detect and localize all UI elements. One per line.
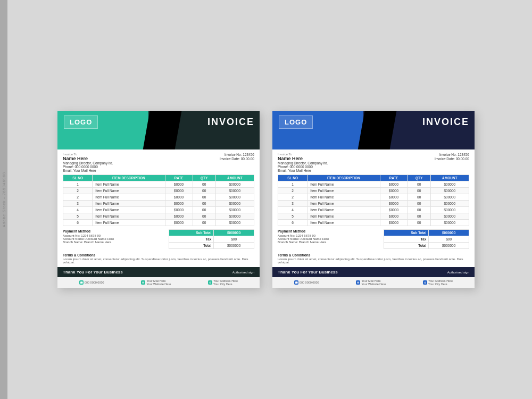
cell-desc: Item Full Name bbox=[307, 201, 380, 207]
mail-text-blue: Your Mail HereYour Website Here bbox=[361, 279, 386, 286]
invoice-title-area-green: INVOICE bbox=[207, 117, 254, 128]
cell-amount: $00000 bbox=[430, 188, 469, 194]
tax-label-blue: Tax bbox=[384, 236, 429, 243]
subtotal-label-blue: Sub Total bbox=[384, 230, 429, 236]
phone-icon-blue: ☎ bbox=[294, 280, 298, 285]
cell-amount: $00000 bbox=[215, 213, 254, 220]
cell-qty: 00 bbox=[193, 201, 215, 207]
footer-phone-blue: ☎ 000 0000 0000 bbox=[294, 279, 319, 286]
footer-address-blue: ⊙ Your Address HereYour City Here bbox=[423, 279, 453, 286]
cell-rate: $0000 bbox=[165, 207, 193, 213]
authorised-blue: Authorised sign bbox=[447, 271, 469, 274]
col-rate-green: RATE bbox=[165, 175, 193, 181]
client-title-green: Managing Director, Company ltd. bbox=[63, 161, 113, 165]
table-header-row-green: SL NO ITEM DESCRIPTION RATE QTY AMOUNT bbox=[63, 175, 254, 181]
col-qty-green: QTY bbox=[193, 175, 215, 181]
watermark-strip: Adobe Stock • 765946968 bbox=[0, 0, 7, 399]
cell-sl: 4 bbox=[278, 207, 307, 213]
footer-contacts-blue: ☎ 000 0000 0000 ✉ Your Mail HereYour Web… bbox=[272, 277, 475, 288]
logo-area-green: LOGO bbox=[64, 115, 98, 129]
cell-amount: $00000 bbox=[215, 181, 254, 188]
cell-qty: 00 bbox=[408, 220, 430, 226]
cell-amount: $00000 bbox=[430, 220, 469, 226]
cell-sl: 6 bbox=[63, 220, 93, 226]
cell-amount: $00000 bbox=[430, 201, 469, 207]
cell-rate: $0000 bbox=[165, 213, 193, 220]
cell-rate: $0000 bbox=[380, 213, 408, 220]
subtotal-value-green: $000000 bbox=[214, 230, 254, 236]
col-rate-blue: RATE bbox=[380, 175, 408, 181]
table-row-green-5: 5 Item Full Name $0000 00 $00000 bbox=[63, 213, 254, 220]
cell-sl: 5 bbox=[278, 213, 307, 220]
billing-section-green: Invoice To Name Here Managing Director, … bbox=[57, 149, 260, 174]
cell-sl: 1 bbox=[278, 181, 307, 188]
watermark-text: Adobe Stock • 765946968 bbox=[2, 172, 6, 227]
footer-bar-green: Thank You For Your Business Authorised s… bbox=[57, 267, 260, 277]
total-row-green: Total $000000 bbox=[169, 243, 254, 249]
cell-rate: $0000 bbox=[165, 188, 193, 194]
cell-sl: 6 bbox=[278, 220, 307, 226]
cell-desc: Item Full Name bbox=[307, 207, 380, 213]
cell-qty: 00 bbox=[193, 188, 215, 194]
cell-desc: Item Full Name bbox=[93, 188, 165, 194]
table-row-blue-3: 3 Item Full Name $0000 00 $00000 bbox=[278, 201, 469, 207]
cell-sl: 3 bbox=[63, 201, 93, 207]
table-row-green-2: 2 Item Full Name $0000 00 $00000 bbox=[63, 194, 254, 201]
col-desc-green: ITEM DESCRIPTION bbox=[93, 175, 165, 181]
cell-qty: 00 bbox=[193, 220, 215, 226]
client-phone-blue: Phone: 000 0000 0000 bbox=[278, 165, 328, 169]
cell-amount: $00000 bbox=[430, 213, 469, 220]
cell-rate: $0000 bbox=[165, 194, 193, 201]
cell-qty: 00 bbox=[408, 194, 430, 201]
cell-amount: $00000 bbox=[430, 181, 469, 188]
total-row-blue: Total $000000 bbox=[384, 243, 469, 249]
cell-amount: $00000 bbox=[215, 207, 254, 213]
table-row-green-4: 4 Item Full Name $0000 00 $00000 bbox=[63, 207, 254, 213]
cell-qty: 00 bbox=[408, 201, 430, 207]
cell-rate: $0000 bbox=[380, 181, 408, 188]
client-email-green: Email: Your Mail Here bbox=[63, 169, 113, 172]
branch-name-blue: Branch Name: Branch Name Here bbox=[278, 240, 380, 244]
billing-right-green: Invoice No: 123456 Invoice Date: 00.00.0… bbox=[220, 153, 254, 172]
terms-text-blue: Lorem ipsum dolor sit amet, consectetur … bbox=[278, 257, 469, 264]
subtotal-table-green: Sub Total $000000 Tax $00 Total $000000 bbox=[169, 229, 254, 249]
cell-desc: Item Full Name bbox=[307, 194, 380, 201]
invoice-table-blue: SL NO ITEM DESCRIPTION RATE QTY AMOUNT 1… bbox=[278, 174, 469, 226]
invoice-card-blue: LOGO INVOICE Invoice To Name Here Managi… bbox=[272, 111, 475, 288]
payment-title-blue: Payment Method bbox=[278, 229, 380, 233]
footer-contacts-green: ☎ 000 0000 0000 ✉ Your Mail HereYour Web… bbox=[57, 277, 260, 288]
logo-green: LOGO bbox=[64, 115, 98, 129]
address-text-green: Your Address HereYour City Here bbox=[213, 279, 238, 286]
invoice-date-blue: Invoice Date: 00.00.00 bbox=[435, 157, 469, 161]
col-sl-green: SL NO bbox=[63, 175, 93, 181]
col-sl-blue: SL NO bbox=[278, 175, 307, 181]
invoice-header-blue: LOGO INVOICE bbox=[272, 111, 475, 149]
mail-text-green: Your Mail HereYour Website Here bbox=[146, 279, 171, 286]
cell-amount: $00000 bbox=[215, 194, 254, 201]
cell-desc: Item Full Name bbox=[307, 181, 380, 188]
cell-sl: 2 bbox=[63, 194, 93, 201]
footer-phone-green: ☎ 000 0000 0000 bbox=[79, 279, 104, 286]
table-row-blue-1: 2 Item Full Name $0000 00 $00000 bbox=[278, 188, 469, 194]
client-title-blue: Managing Director, Company ltd. bbox=[278, 161, 328, 165]
logo-blue: LOGO bbox=[279, 115, 313, 129]
total-value-green: $000000 bbox=[214, 243, 254, 249]
branch-name-green: Branch Name: Branch Name Here bbox=[63, 240, 165, 244]
total-label-green: Total bbox=[169, 243, 214, 249]
billing-section-blue: Invoice To Name Here Managing Director, … bbox=[272, 149, 475, 174]
subtotal-inner-green: Sub Total $000000 Tax $00 Total $000000 bbox=[169, 229, 254, 249]
client-phone-green: Phone: 000 0000 0000 bbox=[63, 165, 113, 169]
invoice-date-green: Invoice Date: 00.00.00 bbox=[220, 157, 254, 161]
footer-mail-blue: ✉ Your Mail HereYour Website Here bbox=[356, 279, 386, 286]
invoice-title-blue: INVOICE bbox=[422, 117, 469, 128]
cell-desc: Item Full Name bbox=[93, 181, 165, 188]
logo-area-blue: LOGO bbox=[279, 115, 313, 129]
subtotal-label-green: Sub Total bbox=[169, 230, 214, 236]
bottom-section-green: Payment Method Account No: 1234 5678 90 … bbox=[57, 226, 260, 251]
table-row-blue-4: 4 Item Full Name $0000 00 $00000 bbox=[278, 207, 469, 213]
subtotal-inner-blue: Sub Total $000000 Tax $00 Total $000000 bbox=[384, 229, 469, 249]
mail-icon-green: ✉ bbox=[141, 280, 145, 285]
mail-icon-blue: ✉ bbox=[356, 280, 360, 285]
cell-desc: Item Full Name bbox=[93, 220, 165, 226]
col-desc-blue: ITEM DESCRIPTION bbox=[307, 175, 380, 181]
